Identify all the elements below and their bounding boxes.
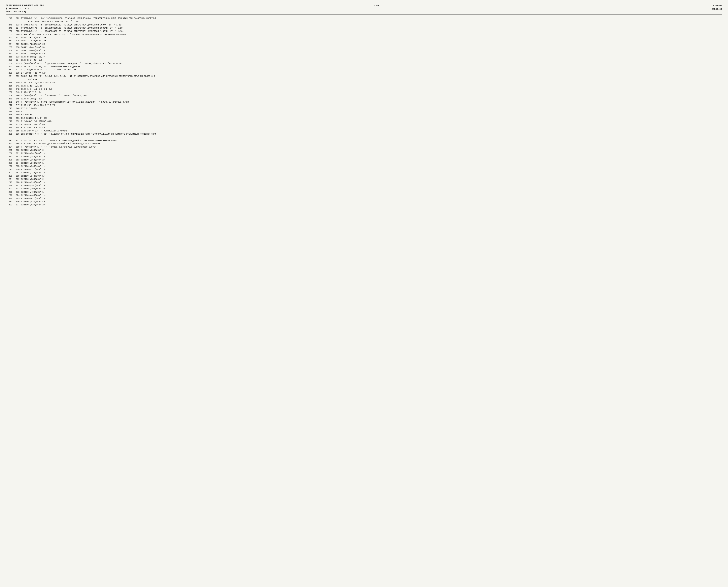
row-num1: 298 xyxy=(6,190,13,194)
row-num1: 265 xyxy=(6,81,13,84)
row-text: 922100-у330(ИС)' 2• xyxy=(20,148,722,152)
row-num2: 260 xyxy=(13,148,20,152)
row-num1: 254 xyxy=(6,43,13,46)
row-num1: 300 xyxy=(6,197,13,200)
row-num1: 283 xyxy=(6,142,13,145)
row-num1: 278 xyxy=(6,123,13,126)
row-num1: 296 xyxy=(6,184,13,187)
table-row: 283258Е12-289NТ12-9-6' 91' ДОПОЛНИТЕЛЬНЫ… xyxy=(6,142,722,145)
row-text: С147-8-В(ИС)' 28• xyxy=(20,97,722,100)
row-text: 922100-у372(ИС)' 1• xyxy=(20,171,722,174)
table-row: 275250N2 ТИП 1• xyxy=(6,113,722,116)
table-row: 265240С147-15-5' 2,8.5•3,2•4,6.4• xyxy=(6,81,722,84)
row-num2: 266 xyxy=(13,168,20,171)
table-row: 253228984221-с438(УС)' 10• xyxy=(6,39,722,42)
row-text: 922100-у343(ИС)' 1• xyxy=(20,155,722,158)
table-row: 261236С147-24' 1,4Х2•1,1Х4' ' СОЕДИНИТЕЛ… xyxy=(6,65,722,68)
row-num1: 269 xyxy=(6,94,13,97)
row-num2: 238 xyxy=(13,71,20,75)
row-text: 922100-у427(ИС)' 2• xyxy=(20,203,722,206)
row-num2: 244 xyxy=(13,94,20,97)
row-text: 584111-А403(УС)' 4• xyxy=(20,52,722,55)
row-num2: 245 xyxy=(13,97,20,100)
row-num1: 281 xyxy=(6,133,13,136)
table-row: 297272922100-у399(УС)' 2• xyxy=(6,187,722,190)
row-num2: 250 xyxy=(13,113,20,116)
row-text: FТКАЛЬК.N4(=1)' 4' 178N5N0N0N173' ТО ЖЕ,… xyxy=(20,30,722,33)
table-row: 249224FТКАЛЬК.N3(=1)' 1' 191N7N0N0N186' … xyxy=(6,26,722,30)
table-row: 259234С147-В-34(ИС) 1,6• xyxy=(6,58,722,62)
table-row: 260235Т (=26)'(С)' 0,61' ' ДОПОЛНИТЕЛЬНЫ… xyxy=(6,62,722,65)
table-row: 268243С147-24' 7,0.10• xyxy=(6,91,722,94)
row-text: Е26-194Т26-4-6' 4,01' ' ЗАДЕЛКА СТЫКОВ К… xyxy=(20,133,722,136)
table-row: 276251Е12-38NТ12-1-1-1' 691• xyxy=(6,117,722,120)
row-text: Е12-38NТ12-1-1-1' 691• xyxy=(20,117,722,120)
row-num2: 228 xyxy=(13,39,20,42)
row-num2: 265 xyxy=(13,165,20,168)
row-num1: 261 xyxy=(6,65,13,68)
row-num1: 302 xyxy=(6,203,13,206)
row-num2: 261 xyxy=(13,152,20,155)
table-row: 299274922100-у405(ИС)' 1• xyxy=(6,194,722,197)
row-num2: 246 xyxy=(13,100,20,103)
row-num1: 257 xyxy=(6,52,13,55)
row-text: С147-15-5' 2,8.5•3,2•4,6.4• xyxy=(20,81,722,84)
row-num1: 297 xyxy=(6,187,13,190)
row-text: С147-В-5(ИС)' 16,7• xyxy=(20,55,722,58)
table-row: 282257С114-114' 4,0.1,03' ' СТОИМОСТЬ ТЕ… xyxy=(6,139,722,142)
row-text: 922100-у341(ИС)' 1• xyxy=(20,152,722,155)
row-num2: 231 xyxy=(13,49,20,52)
row-num2: 272 xyxy=(13,187,20,190)
row-text: 922100-у389(ИС)' 2• xyxy=(20,178,722,181)
table-row: 254229584111-А236(УС)' 26• xyxy=(6,43,722,46)
table-row: 274249N• xyxy=(6,110,722,113)
row-text: Т (=26)'(С)' 0,61' ' ДОПОЛНИТЕЛЬНЫЕ ЗАКЛ… xyxy=(20,62,722,65)
table-row: 277252Е12-289NТ12-9-6(ВП)' 691• xyxy=(6,120,722,123)
row-num1: 275 xyxy=(6,113,13,116)
row-text: 922100-у358(ИС)' 2• xyxy=(20,158,722,162)
row-num2: 251 xyxy=(13,117,20,120)
row-num2: 255 xyxy=(13,129,20,133)
row-num1: 293 xyxy=(6,174,13,178)
table-row: 250225FТКАЛЬК.N4(=1)' 4' 178N5N0N0N173' … xyxy=(6,30,722,33)
row-num1: 287 xyxy=(6,155,13,158)
row-num1: 285 xyxy=(6,148,13,152)
row-num2: 240 xyxy=(13,81,20,84)
table-row: 258233С147-В-5(ИС)' 16,7• xyxy=(6,55,722,58)
row-num1: 266 xyxy=(6,84,13,88)
row-text: 922100-у365(УС)' 1• xyxy=(20,165,722,168)
row-num1: 267 xyxy=(6,88,13,91)
header-left: ПРОГРАММНЫЙ КОМПЛЕКС АВС-3ЕС ( РЕАКЦИЯ 7… xyxy=(6,4,44,13)
row-text: Т (=26)(УС)' 0,007' ' ' ' ' 10261,1/1027… xyxy=(20,68,722,71)
row-num2: 270 xyxy=(13,181,20,184)
row-num2: 253 xyxy=(13,123,20,126)
row-num1: 264 xyxy=(6,75,13,78)
row-text-cont: М3' М3• xyxy=(20,78,722,81)
table-row: 287262922100-у343(ИС)' 1• xyxy=(6,155,722,158)
table-row: 285260922100-у330(ИС)' 2• xyxy=(6,148,722,152)
row-num1: 259 xyxy=(6,58,13,62)
row-num2: 233 xyxy=(13,55,20,58)
row-num1: 256 xyxy=(6,49,13,52)
row-num2: 274 xyxy=(13,194,20,197)
row-num1: 279 xyxy=(6,126,13,129)
table-row: 266241С147-1-12' 3,1.10• xyxy=(6,84,722,88)
row-text: 922100-у363(ИС)' 1• xyxy=(20,162,722,165)
row-num1: 282 xyxy=(6,139,13,142)
row-text: 584111-А401(УС)' 5• xyxy=(20,46,722,49)
row-num2: 268 xyxy=(13,174,20,178)
table-row: 263238Е7-2094Т.7-12-7' 10• xyxy=(6,71,722,75)
row-num2: 262 xyxy=(13,155,20,158)
row-num2: 224 xyxy=(13,26,20,30)
row-text: Е7-2094Т.7-12-7' 10• xyxy=(20,71,722,75)
table-row: 288263922100-у358(ИС)' 2• xyxy=(6,158,722,162)
row-num1: 262 xyxy=(6,68,13,71)
row-num1: 258 xyxy=(6,55,13,58)
row-num1: 260 xyxy=(6,62,13,65)
row-text: С(47-24' 6,3.4•2,5.3•3,4.11•6,7.5•2,5' '… xyxy=(20,33,722,36)
table-row: 290265922100-у365(УС)' 1• xyxy=(6,165,722,168)
row-num1: 251 xyxy=(6,33,13,36)
row-num2: 242 xyxy=(13,88,20,91)
table-row: 256231584111-А402(УС)' 1• xyxy=(6,49,722,52)
row-num1: 248 xyxy=(6,23,13,26)
